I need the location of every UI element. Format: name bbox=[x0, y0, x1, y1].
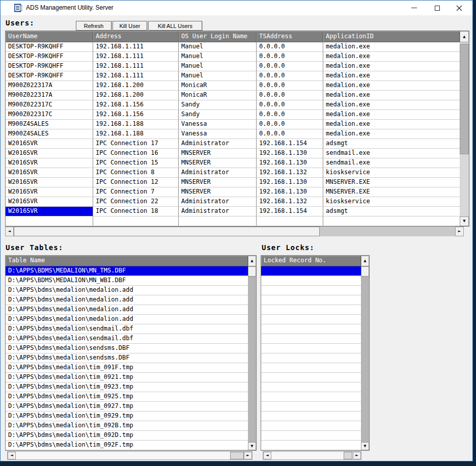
table-row[interactable]: DESKTOP-R9KQHFF192.168.1.111Manuel0.0.0.… bbox=[6, 71, 469, 81]
cell[interactable]: Manuel bbox=[179, 42, 257, 52]
scroll-down-button[interactable] bbox=[248, 442, 256, 450]
scroll-up-button[interactable] bbox=[460, 31, 469, 42]
table-row[interactable]: D:\APPS\bdms\medalion\medalion.add bbox=[6, 295, 256, 305]
cell[interactable] bbox=[261, 382, 361, 392]
table-row[interactable]: D:\APPS\bdms\medalion\medalion.add bbox=[6, 315, 256, 324]
table-row[interactable]: D:\APPS\bdms\medalion\sendsms.DBF bbox=[6, 344, 256, 353]
cell[interactable]: D:\APPS\bdms\medalion\tim_092B.tmp bbox=[6, 421, 248, 431]
cell[interactable]: W2016SVR bbox=[6, 187, 93, 197]
cell[interactable] bbox=[261, 441, 361, 450]
cell[interactable]: 192.168.1.130 bbox=[257, 149, 323, 158]
app-icon[interactable] bbox=[14, 4, 23, 12]
cell[interactable]: Administrator bbox=[179, 168, 257, 178]
scroll-up-button[interactable] bbox=[361, 256, 369, 266]
table-row[interactable]: M900Z4SALES192.168.1.188Vanessa0.0.0.0me… bbox=[6, 129, 469, 139]
scroll-thumb[interactable] bbox=[361, 266, 369, 277]
table-row[interactable]: M900Z022317A192.168.1.200MonicaR0.0.0.0m… bbox=[6, 81, 469, 91]
cell[interactable] bbox=[261, 392, 361, 402]
table-row[interactable] bbox=[261, 441, 369, 450]
cell[interactable]: M900Z022317C bbox=[6, 110, 93, 120]
table-row[interactable] bbox=[261, 373, 369, 382]
maximize-button[interactable] bbox=[426, 1, 449, 15]
cell[interactable]: D:\APPS\bdms\medalion\sendmail.dbf bbox=[6, 324, 248, 334]
cell[interactable]: Manuel bbox=[179, 62, 257, 71]
cell[interactable]: medalion.exe bbox=[323, 120, 460, 129]
table-row[interactable]: D:\APPS\bdms\medalion\tim_0921.tmp bbox=[6, 373, 256, 382]
kill-user-button[interactable]: Kill User bbox=[113, 21, 147, 31]
cell[interactable]: IPC Connection 18 bbox=[93, 207, 179, 216]
users-horizontal-scrollbar[interactable] bbox=[5, 227, 464, 236]
cell[interactable]: DESKTOP-R9KQHFF bbox=[6, 52, 93, 62]
cell[interactable]: W2016SVR bbox=[6, 197, 93, 207]
table-row[interactable]: D:\APPS\bdms\medalion\sendsms.DBF bbox=[6, 353, 256, 363]
cell[interactable]: W2016SVR bbox=[6, 149, 93, 158]
cell[interactable]: Manuel bbox=[179, 52, 257, 62]
cell[interactable]: kioskservice bbox=[323, 197, 460, 207]
cell[interactable]: W2016SVR bbox=[6, 139, 93, 149]
cell[interactable]: 192.168.1.132 bbox=[257, 197, 323, 207]
cell[interactable]: D:\APPS\bdms\medalion\tim_0921.tmp bbox=[6, 373, 248, 382]
cell[interactable]: M900Z022317C bbox=[6, 100, 93, 110]
table-row[interactable] bbox=[261, 431, 369, 441]
table-row[interactable] bbox=[261, 315, 369, 324]
cell[interactable]: IPC Connection 15 bbox=[93, 158, 179, 168]
table-row[interactable]: D:\APPS\bdms\medalion\tim_092B.tmp bbox=[6, 421, 256, 431]
cell[interactable]: Sandy bbox=[179, 110, 257, 120]
cell[interactable] bbox=[261, 373, 361, 382]
cell[interactable]: IPC Connection 8 bbox=[93, 168, 179, 178]
scroll-right-button[interactable] bbox=[244, 452, 252, 459]
user-locks-vertical-scrollbar[interactable] bbox=[361, 256, 369, 450]
scroll-left-button[interactable] bbox=[5, 227, 14, 236]
table-row[interactable] bbox=[261, 344, 369, 353]
table-row[interactable] bbox=[261, 353, 369, 363]
table-row[interactable]: W2016SVRIPC Connection 18Administrator19… bbox=[6, 207, 469, 216]
cell[interactable]: Vanessa bbox=[179, 120, 257, 129]
table-row[interactable] bbox=[261, 286, 369, 295]
scroll-right-button[interactable] bbox=[455, 227, 464, 236]
cell[interactable]: IPC Connection 16 bbox=[93, 149, 179, 158]
table-row[interactable]: D:\APPS\bdms\medalion\sendmail.dbf bbox=[6, 324, 256, 334]
cell[interactable]: D:\APPS\BDMS\MEDALION\MN_WBI.DBF bbox=[6, 276, 248, 286]
cell[interactable] bbox=[261, 402, 361, 412]
cell[interactable]: 192.168.1.188 bbox=[93, 120, 179, 129]
cell[interactable] bbox=[261, 334, 361, 344]
refresh-button[interactable]: Refresh bbox=[76, 21, 111, 31]
cell[interactable]: 192.168.1.130 bbox=[257, 178, 323, 187]
cell[interactable] bbox=[261, 412, 361, 421]
table-row[interactable]: M900Z4SALES192.168.1.188Vanessa0.0.0.0me… bbox=[6, 120, 469, 129]
cell[interactable]: 192.168.1.111 bbox=[93, 71, 179, 81]
table-row[interactable] bbox=[261, 363, 369, 373]
close-button[interactable] bbox=[449, 1, 470, 15]
table-row[interactable] bbox=[261, 276, 369, 286]
table-row[interactable] bbox=[6, 216, 469, 226]
cell[interactable] bbox=[261, 305, 361, 315]
cell[interactable]: D:\APPS\bdms\medalion\medalion.add bbox=[6, 315, 248, 324]
scroll-left-button[interactable] bbox=[8, 452, 16, 459]
cell[interactable]: 192.168.1.132 bbox=[257, 168, 323, 178]
cell[interactable] bbox=[93, 216, 179, 226]
cell[interactable]: M900Z4SALES bbox=[6, 129, 93, 139]
table-row[interactable] bbox=[261, 412, 369, 421]
cell[interactable]: MonicaR bbox=[179, 91, 257, 100]
cell[interactable] bbox=[179, 216, 257, 226]
cell[interactable]: 0.0.0.0 bbox=[257, 81, 323, 91]
table-row[interactable]: W2016SVRIPC Connection 15MNSERVER192.168… bbox=[6, 158, 469, 168]
table-row[interactable]: D:\APPS\bdms\medalion\tim_092F.tmp bbox=[6, 441, 256, 450]
cell[interactable]: Administrator bbox=[179, 139, 257, 149]
cell[interactable]: M900Z022317A bbox=[6, 81, 93, 91]
cell[interactable]: W2016SVR bbox=[6, 178, 93, 187]
cell[interactable]: D:\APPS\bdms\medalion\tim_092F.tmp bbox=[6, 441, 248, 450]
cell[interactable] bbox=[257, 216, 323, 226]
cell[interactable]: MNSERVER.EXE bbox=[323, 187, 460, 197]
table-row[interactable]: W2016SVRIPC Connection 12MNSERVER192.168… bbox=[6, 178, 469, 187]
cell[interactable]: IPC Connection 7 bbox=[93, 187, 179, 197]
table-row[interactable]: M900Z022317C192.168.1.156Sandy0.0.0.0med… bbox=[6, 110, 469, 120]
cell[interactable]: MNSERVER.EXE bbox=[323, 178, 460, 187]
user-tables-vertical-scrollbar[interactable] bbox=[248, 256, 256, 450]
cell[interactable]: IPC Connection 12 bbox=[93, 178, 179, 187]
cell[interactable]: 192.168.1.188 bbox=[93, 129, 179, 139]
minimize-button[interactable] bbox=[403, 1, 426, 15]
cell[interactable]: sendmail.exe bbox=[323, 149, 460, 158]
table-row[interactable]: W2016SVRIPC Connection 8Administrator192… bbox=[6, 168, 469, 178]
cell[interactable]: MNSERVER bbox=[179, 187, 257, 197]
